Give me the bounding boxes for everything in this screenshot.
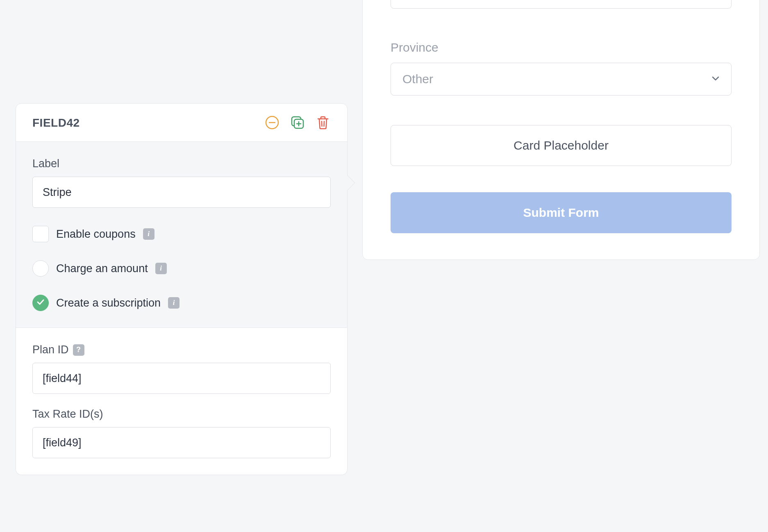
plan-id-input[interactable] xyxy=(32,363,331,394)
help-icon[interactable]: ? xyxy=(73,344,84,356)
enable-coupons-checkbox[interactable] xyxy=(32,226,49,242)
collapse-button[interactable] xyxy=(264,115,280,131)
field-editor-panel: FIELD42 xyxy=(16,103,348,475)
chevron-down-icon xyxy=(711,72,720,86)
enable-coupons-label: Enable coupons xyxy=(56,228,136,241)
submit-button[interactable]: Submit Form xyxy=(391,192,732,233)
minus-circle-icon xyxy=(265,116,279,131)
trash-icon xyxy=(316,116,329,131)
subscription-select[interactable]: Super Premium Candy Subscription xyxy=(391,0,732,9)
enable-coupons-row[interactable]: Enable coupons i xyxy=(32,226,331,242)
label-input[interactable] xyxy=(32,177,331,208)
info-icon[interactable]: i xyxy=(168,297,180,309)
plan-id-label: Plan ID ? xyxy=(32,343,331,356)
info-icon[interactable]: i xyxy=(155,263,167,274)
field-id-title: FIELD42 xyxy=(32,116,80,130)
plan-id-label-text: Plan ID xyxy=(32,343,69,356)
create-subscription-row[interactable]: Create a subscription i xyxy=(32,295,331,311)
tax-rate-label: Tax Rate ID(s) xyxy=(32,408,331,421)
delete-button[interactable] xyxy=(315,115,331,131)
charge-amount-row[interactable]: Charge an amount i xyxy=(32,260,331,277)
province-select-value: Other xyxy=(402,72,433,86)
label-field-label: Label xyxy=(32,157,331,170)
field-header-actions xyxy=(264,115,331,131)
tax-rate-input[interactable] xyxy=(32,427,331,458)
field-main-section: Label Enable coupons i Charge an amount … xyxy=(16,142,347,327)
card-placeholder[interactable]: Card Placeholder xyxy=(391,125,732,166)
check-icon xyxy=(36,298,45,308)
svg-line-6 xyxy=(322,121,322,126)
field-editor-header: FIELD42 xyxy=(16,104,347,142)
duplicate-button[interactable] xyxy=(290,115,305,131)
province-label: Province xyxy=(391,41,732,55)
copy-plus-icon xyxy=(290,115,305,131)
card-placeholder-text: Card Placeholder xyxy=(514,139,609,152)
province-select[interactable]: Other xyxy=(391,63,732,95)
svg-line-7 xyxy=(324,121,325,126)
field-subscription-section: Plan ID ? Tax Rate ID(s) xyxy=(16,327,347,475)
form-preview-panel: Super Premium Candy Subscription Provinc… xyxy=(362,0,760,260)
create-subscription-label: Create a subscription xyxy=(56,297,161,309)
charge-amount-radio[interactable] xyxy=(32,260,49,277)
create-subscription-radio[interactable] xyxy=(32,295,49,311)
info-icon[interactable]: i xyxy=(143,228,155,240)
charge-amount-label: Charge an amount xyxy=(56,262,148,275)
